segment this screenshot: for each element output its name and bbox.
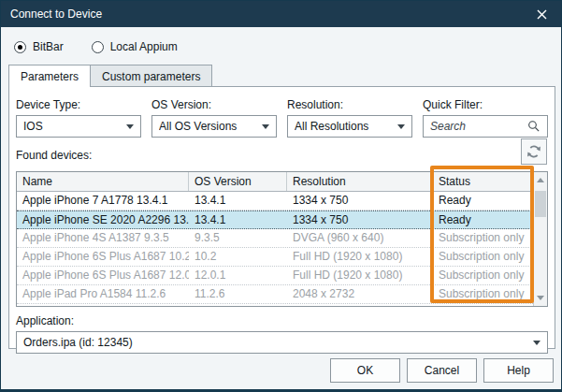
- radio-circle-icon: [92, 41, 104, 53]
- scrollbar-thumb[interactable]: [535, 191, 546, 217]
- resolution-filter: Resolution: All Resolutions: [287, 98, 412, 138]
- resolution-label: Resolution:: [287, 98, 412, 111]
- scroll-up-icon[interactable]: [534, 173, 547, 187]
- cell-resolution: Full HD (1920 x 1080): [287, 267, 433, 284]
- cell-status: Subscription only: [433, 304, 533, 307]
- cell-resolution: 1792 x 828: [287, 304, 433, 307]
- column-header-name[interactable]: Name: [17, 172, 189, 191]
- cell-name: Apple iPhone 6S Plus A1687 10.2: [17, 248, 189, 266]
- radio-bitbar[interactable]: BitBar: [14, 40, 64, 53]
- dialog-title: Connect to Device: [10, 7, 531, 21]
- resolution-dropdown[interactable]: All Resolutions: [287, 115, 412, 138]
- column-header-os-version[interactable]: OS Version: [189, 172, 287, 191]
- tab-strip: Parameters Custom parameters: [8, 65, 211, 87]
- close-button[interactable]: [531, 4, 552, 24]
- cell-name: Apple iPhone 4S A1387 9.3.5: [17, 229, 189, 247]
- radio-local-appium[interactable]: Local Appium: [92, 40, 178, 53]
- cell-status: Subscription only: [433, 248, 533, 266]
- cell-os-version: 13.4.1: [189, 192, 287, 210]
- radio-bitbar-label: BitBar: [33, 40, 64, 53]
- refresh-icon: [526, 144, 541, 159]
- os-version-filter: OS Version: All OS Versions: [151, 98, 277, 138]
- cell-os-version: 13.4.1: [189, 211, 287, 228]
- search-icon: [527, 120, 540, 133]
- tab-custom-parameters[interactable]: Custom parameters: [90, 65, 212, 87]
- radio-local-appium-label: Local Appium: [110, 40, 178, 53]
- table-row[interactable]: Apple iPhone SE 2020 A2296 13.4.1 13.4.1…: [17, 211, 533, 229]
- cell-resolution: DVGA (960 x 640): [287, 229, 433, 247]
- refresh-devices-button[interactable]: [521, 138, 547, 165]
- table-row[interactable]: Apple iPhone 6S Plus A1687 10.2 10.2 Ful…: [17, 248, 533, 267]
- found-devices-label: Found devices:: [16, 149, 548, 163]
- application-value: Orders.ipa (id: 12345): [23, 336, 533, 349]
- chevron-down-icon: [126, 124, 134, 129]
- table-scrollbar[interactable]: [533, 172, 547, 306]
- chevron-down-icon: [262, 124, 269, 129]
- cell-name: Apple iPhone 7 A1778 13.4.1: [17, 192, 189, 210]
- tab-custom-parameters-label: Custom parameters: [102, 70, 200, 83]
- device-table-header: Name OS Version Resolution Status: [17, 172, 533, 192]
- cell-resolution: 1334 x 750: [287, 192, 433, 210]
- tab-parameters-label: Parameters: [21, 70, 79, 83]
- column-header-resolution[interactable]: Resolution: [287, 172, 433, 191]
- cell-name: Apple iPhone 6S Plus A1687 12.0.1: [17, 267, 189, 284]
- cell-os-version: 10.2: [189, 248, 287, 266]
- device-table-body: Apple iPhone 7 A1778 13.4.1 13.4.1 1334 …: [17, 192, 533, 307]
- cell-os-version: 12.0.1: [189, 267, 287, 284]
- device-type-filter: Device Type: IOS: [16, 98, 141, 138]
- os-version-label: OS Version:: [151, 98, 277, 111]
- cell-resolution: 2048 x 2732: [287, 285, 433, 303]
- radio-circle-icon: [14, 41, 26, 53]
- parameters-panel: Device Type: IOS OS Version: All OS Vers…: [8, 86, 555, 349]
- title-bar: Connect to Device: [1, 1, 561, 27]
- chevron-down-icon: [397, 124, 405, 129]
- column-header-status[interactable]: Status: [433, 172, 533, 191]
- os-version-value: All OS Versions: [159, 120, 262, 133]
- cell-name: Apple iPad Pro A1584 11.2.6: [17, 285, 189, 303]
- cell-os-version: 12.1.2: [189, 304, 287, 307]
- cell-os-version: 11.2.6: [189, 285, 287, 303]
- backend-radio-group: BitBar Local Appium: [14, 35, 178, 59]
- button-row: OK Cancel Help: [330, 358, 554, 383]
- cell-status: Subscription only: [433, 267, 533, 284]
- search-input[interactable]: [430, 120, 527, 133]
- help-button[interactable]: Help: [483, 358, 554, 383]
- cell-resolution: 1334 x 750: [287, 211, 433, 228]
- cell-status: Ready: [433, 211, 533, 228]
- connect-to-device-dialog: Connect to Device BitBar Local Appium Pa…: [0, 0, 562, 392]
- tab-parameters[interactable]: Parameters: [8, 65, 91, 87]
- quick-filter: Quick Filter:: [423, 98, 548, 138]
- device-table: Name OS Version Resolution Status Apple …: [16, 171, 548, 307]
- os-version-dropdown[interactable]: All OS Versions: [151, 115, 277, 138]
- cell-status: Subscription only: [433, 229, 533, 247]
- cell-resolution: Full HD (1920 x 1080): [287, 248, 433, 266]
- cell-status: Subscription only: [433, 285, 533, 303]
- table-row[interactable]: Apple iPhone 6S Plus A1687 12.0.1 12.0.1…: [17, 267, 533, 285]
- close-icon: [536, 8, 548, 21]
- table-row[interactable]: Apple iPhone 7 A1778 13.4.1 13.4.1 1334 …: [17, 192, 533, 211]
- scroll-down-icon[interactable]: [534, 291, 547, 305]
- application-label: Application:: [16, 314, 548, 327]
- ok-button[interactable]: OK: [330, 358, 400, 383]
- device-type-dropdown[interactable]: IOS: [16, 115, 141, 138]
- cell-status: Ready: [433, 192, 533, 210]
- cell-name: Apple iPhone SE 2020 A2296 13.4.1: [17, 211, 189, 228]
- device-type-value: IOS: [23, 120, 126, 133]
- table-row[interactable]: Apple iPad Pro A1584 11.2.6 11.2.6 2048 …: [17, 285, 533, 304]
- cancel-button[interactable]: Cancel: [407, 358, 477, 383]
- resolution-value: All Resolutions: [295, 120, 397, 133]
- cell-name: Apple iPhone XR A1984 12.1.2: [17, 304, 189, 307]
- application-dropdown[interactable]: Orders.ipa (id: 12345): [16, 331, 548, 354]
- table-row[interactable]: Apple iPhone 4S A1387 9.3.5 9.3.5 DVGA (…: [17, 229, 533, 248]
- table-row[interactable]: Apple iPhone XR A1984 12.1.2 12.1.2 1792…: [17, 304, 533, 307]
- cell-os-version: 9.3.5: [189, 229, 287, 247]
- quick-filter-label: Quick Filter:: [423, 98, 548, 111]
- filter-row: Device Type: IOS OS Version: All OS Vers…: [16, 98, 548, 138]
- chevron-down-icon: [533, 341, 540, 345]
- device-type-label: Device Type:: [16, 98, 141, 111]
- quick-filter-box: [423, 115, 548, 138]
